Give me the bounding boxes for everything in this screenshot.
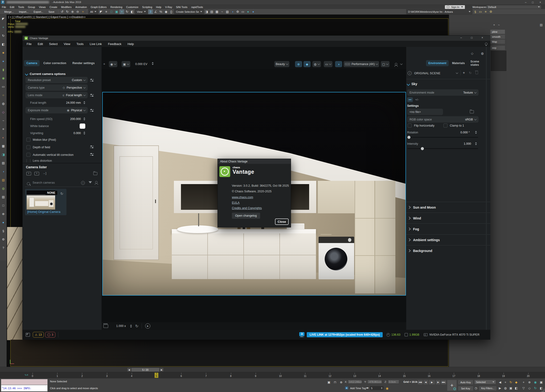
selection-lock-icon[interactable]: ⊓ (333, 380, 337, 385)
frame-tick[interactable]: 7 (204, 373, 208, 378)
close-button[interactable]: Close (275, 218, 289, 225)
frame-tick[interactable]: 10 (279, 373, 282, 378)
vantage-close-button[interactable]: × (479, 36, 485, 39)
camera-options-title[interactable]: Current camera options (30, 72, 66, 76)
add-camera-icon[interactable]: + (26, 172, 31, 175)
material-editor-icon[interactable]: ◑ (230, 9, 235, 14)
current-frame-field[interactable]: 5 (370, 386, 384, 390)
rotation-value[interactable]: 0.000 ° (460, 131, 470, 134)
max-maximize-button[interactable]: □ (530, 1, 536, 4)
select-object-icon[interactable]: ◤ (99, 9, 103, 14)
absolute-mode-icon[interactable]: ⊕ (339, 380, 344, 385)
select-arrow-icon[interactable]: ◤ (1, 16, 6, 21)
intensity-spinner[interactable] (475, 142, 477, 145)
helper-icon[interactable]: ◇ (1, 109, 6, 115)
rendered-frame-window-icon[interactable]: ▭ (241, 9, 245, 14)
frame-tick[interactable]: 0 (31, 373, 34, 378)
camera-target-icon[interactable]: + (103, 62, 105, 66)
reference-coordinate-dropdown[interactable]: View (135, 9, 148, 14)
white-balance-swatch[interactable] (80, 124, 85, 129)
aspect-ratio-dropdown[interactable]: ▭ (324, 61, 333, 67)
edit-named-selection-icon[interactable]: {} (169, 9, 174, 14)
pan-hand-icon[interactable]: ◇ (469, 50, 476, 56)
sign-in-button[interactable]: Sign In (445, 5, 465, 9)
array-icon[interactable]: ▦ (1, 143, 6, 149)
max-menu-item[interactable]: rapidTools (189, 6, 205, 8)
modifier-item-map[interactable]: Map (490, 40, 505, 44)
add-time-tag[interactable]: Add Time Tag (350, 387, 366, 390)
text-tool-icon[interactable]: ≡ (1, 126, 6, 131)
frame-tick[interactable]: 4 (130, 373, 134, 378)
select-and-scale-icon[interactable]: ◧ (130, 9, 135, 14)
zoom-icon[interactable]: + (521, 380, 526, 385)
redo-icon[interactable]: ↻ (65, 9, 70, 14)
playback-speed-spinner[interactable] (130, 325, 132, 328)
curve-editor-icon[interactable]: ~ (220, 9, 224, 14)
max-menu-item[interactable]: Customize (124, 6, 140, 8)
create-selection-set-dropdown[interactable]: Create Selection Se (174, 9, 204, 14)
resize-grip[interactable] (541, 389, 544, 392)
set-keys-button[interactable]: + (447, 380, 457, 391)
scene-camera-icon[interactable]: ◍ (479, 50, 486, 56)
teapot-primitive-icon[interactable]: ◉ (1, 75, 6, 81)
uvw-map-icon[interactable]: ▧ (1, 177, 6, 182)
time-slider-handle[interactable]: 5 / 20 (131, 368, 160, 372)
group-icon[interactable]: □ (1, 203, 6, 208)
camera-card[interactable]: NONE ↻ [Home] Original Camera (25, 189, 67, 215)
tilt-settings-icon[interactable] (90, 153, 94, 156)
script-listener-icon[interactable]: ≡ (483, 9, 488, 14)
clear-search-icon[interactable]: × (81, 181, 85, 185)
rotation-slider[interactable] (407, 137, 478, 138)
lens-mode-row[interactable]: Lens mode ≤Focal length (25, 92, 88, 98)
play-button[interactable]: ▶ (145, 324, 150, 329)
max-menu-item[interactable]: SiNi Tools (174, 6, 189, 8)
schematic-view-icon[interactable]: ▧ (225, 9, 230, 14)
box-primitive-icon[interactable]: ■ (1, 50, 6, 55)
search-cameras-input[interactable] (32, 180, 75, 185)
errors-badge[interactable]: !3 (45, 332, 55, 337)
sky-section-title[interactable]: Sky (411, 82, 417, 86)
focal-length-row[interactable]: Focal length 24.000 mm (25, 100, 88, 106)
render-setup-icon[interactable]: ⚙ (235, 9, 240, 14)
pan-hand-icon[interactable]: ◇ (527, 386, 532, 390)
tab-camera[interactable]: Camera (24, 60, 40, 66)
max-menu-item[interactable]: V-Ray (163, 6, 174, 8)
align-icon[interactable]: ▤ (210, 9, 214, 14)
align-icon[interactable]: ▤ (1, 160, 6, 165)
frame-tick[interactable]: 17 (452, 373, 456, 378)
vignetting-row[interactable]: Vignetting 0.000 (25, 130, 88, 136)
mini-curve-editor-icon[interactable]: ∿≡ (25, 373, 28, 377)
x-coord-field[interactable]: 1412.246cm (348, 380, 362, 384)
vantage-menu-item[interactable]: File (24, 42, 35, 46)
frame-tick[interactable]: 11 (303, 373, 307, 378)
frame-tick[interactable]: 3 (105, 373, 109, 378)
frame-tick[interactable]: 8 (229, 373, 233, 378)
script-options-icon[interactable]: ⚙ (489, 9, 493, 14)
material-icon[interactable]: ◑ (1, 169, 6, 174)
modify-tab-icon[interactable]: ~ (496, 22, 501, 27)
viewport-label[interactable]: [ + ] [ VRayCam001 ] [ Standard ] [ Edge… (8, 16, 86, 18)
film-speed-row[interactable]: Film speed (ISO) 200.000 (25, 116, 88, 122)
max-menu-item[interactable]: Group (26, 6, 37, 8)
lens-distortion-checkbox[interactable] (26, 159, 30, 162)
y-coord-field[interactable]: -478.861cm (367, 380, 382, 384)
about-link[interactable]: www.chaos.com (232, 196, 289, 199)
maxscript-mini-listener-white[interactable]: "14:13:46 >>> INFO: (1, 385, 48, 392)
scale-tool-icon[interactable]: ◧ (1, 42, 6, 47)
texture-toggle-button[interactable] (407, 97, 413, 102)
tilt-correction-checkbox[interactable] (26, 153, 30, 157)
max-minimize-button[interactable]: – (523, 1, 529, 4)
zoom-all-icon[interactable]: ⊕ (527, 380, 532, 385)
loop-icon[interactable]: ↻ (135, 324, 138, 328)
go-to-end-button[interactable]: ▶▶| (441, 380, 446, 385)
warnings-badge[interactable]: ⚠ 13 (33, 332, 44, 337)
flip-horizontally-checkbox[interactable] (408, 124, 412, 128)
script-run-icon[interactable]: § (473, 9, 478, 14)
rgb-color-space-row[interactable]: RGB color space sRGB (407, 116, 478, 123)
about-dialog-titlebar[interactable]: About Chaos Vantage (218, 159, 291, 164)
tab-color-correction[interactable]: Color correction (41, 60, 68, 66)
script-new-icon[interactable]: ▭ (478, 9, 483, 14)
dof-checkbox[interactable] (26, 145, 30, 149)
clapperboard-icon[interactable] (103, 324, 108, 328)
key-mode-icon[interactable]: ↻ (508, 380, 513, 385)
